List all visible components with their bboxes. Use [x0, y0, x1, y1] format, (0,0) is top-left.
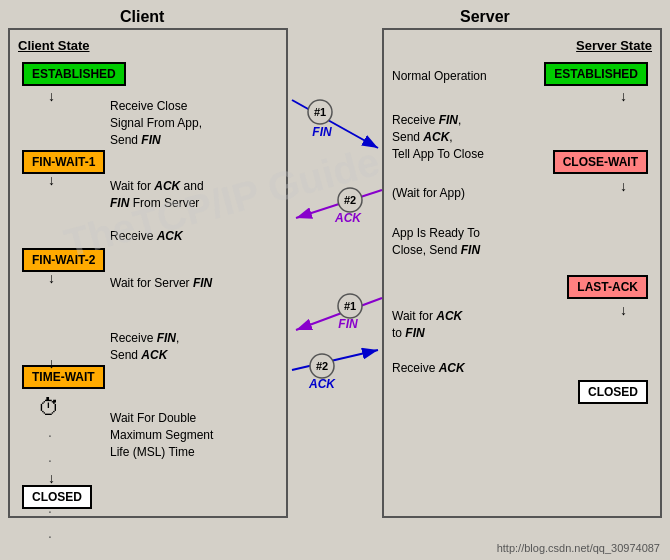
client-title: Client: [120, 8, 164, 26]
client-desc-1: Receive CloseSignal From App,Send FIN: [110, 98, 240, 148]
server-state-title: Server State: [576, 38, 652, 53]
svg-point-9: [338, 188, 362, 212]
server-desc-1: Normal Operation: [392, 68, 547, 85]
client-desc-3: Receive ACK: [110, 228, 250, 245]
server-arrow-1: ↓: [620, 88, 627, 104]
client-fin-wait-1-box: FIN-WAIT-1: [22, 150, 105, 174]
svg-text:FIN: FIN: [312, 125, 332, 139]
client-arrow-4: ↓: [48, 355, 55, 371]
client-established-box: ESTABLISHED: [22, 62, 126, 86]
server-desc-5: Wait for ACKto FIN: [392, 308, 547, 342]
svg-line-16: [292, 350, 378, 370]
svg-text:#1: #1: [344, 300, 356, 312]
server-arrow-2: ↓: [620, 178, 627, 194]
svg-text:#2: #2: [316, 360, 328, 372]
server-close-wait-box: CLOSE-WAIT: [553, 150, 648, 174]
arrow-down-closed: ↓: [48, 470, 55, 486]
svg-text:#1: #1: [314, 106, 326, 118]
svg-text:ACK: ACK: [334, 211, 362, 225]
svg-text:#2: #2: [344, 194, 356, 206]
svg-text:ACK: ACK: [308, 377, 336, 391]
client-desc-5: Receive FIN,Send ACK: [110, 330, 250, 364]
server-panel: Server State ESTABLISHED ↓ Normal Operat…: [382, 28, 662, 518]
client-desc-6: Wait For DoubleMaximum SegmentLife (MSL)…: [110, 410, 270, 460]
client-desc-2: Wait for ACK andFIN From Server: [110, 178, 250, 212]
client-time-wait-box: TIME-WAIT: [22, 365, 105, 389]
client-arrow-1: ↓: [48, 88, 55, 104]
client-panel: Client State ESTABLISHED Receive CloseSi…: [8, 28, 288, 518]
svg-text:FIN: FIN: [338, 317, 358, 331]
server-desc-6: Receive ACK: [392, 360, 547, 377]
client-state-title: Client State: [18, 38, 90, 53]
server-last-ack-box: LAST-ACK: [567, 275, 648, 299]
server-desc-3: (Wait for App): [392, 185, 547, 202]
svg-point-5: [308, 100, 332, 124]
svg-point-17: [310, 354, 334, 378]
url-text: http://blog.csdn.net/qq_30974087: [497, 542, 660, 554]
svg-point-13: [338, 294, 362, 318]
client-arrow-3: ↓: [48, 270, 55, 286]
svg-line-8: [296, 190, 382, 218]
svg-line-12: [296, 298, 382, 330]
server-desc-2: Receive FIN,Send ACK,Tell App To Close: [392, 112, 547, 162]
client-fin-wait-2-box: FIN-WAIT-2: [22, 248, 105, 272]
server-desc-4: App Is Ready ToClose, Send FIN: [392, 225, 547, 259]
server-title: Server: [460, 8, 510, 26]
client-desc-4: Wait for Server FIN: [110, 275, 250, 292]
client-closed-box: CLOSED: [22, 485, 92, 509]
clock-icon: ⏱: [38, 395, 60, 421]
server-closed-box: CLOSED: [578, 380, 648, 404]
server-established-box: ESTABLISHED: [544, 62, 648, 86]
server-arrow-3: ↓: [620, 302, 627, 318]
client-arrow-2: ↓: [48, 172, 55, 188]
svg-line-4: [292, 100, 378, 148]
